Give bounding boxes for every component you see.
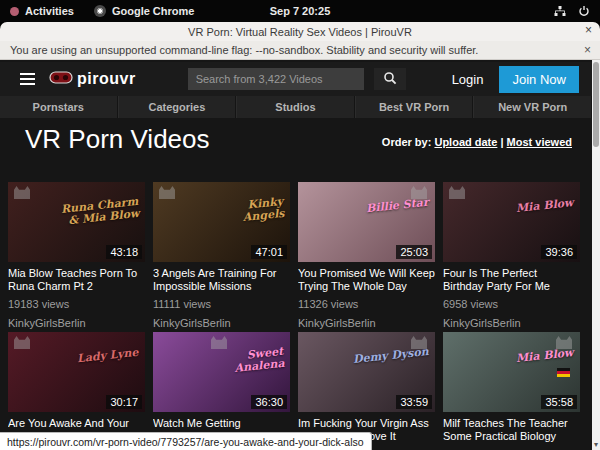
video-title[interactable]: You Promised We Will Keep Trying The Who… bbox=[298, 267, 435, 293]
site-logo-text: pirouvr bbox=[77, 70, 136, 88]
video-studio-link[interactable]: KinkyGirlsBerlin bbox=[8, 317, 145, 329]
studio-cat-logo-icon bbox=[159, 186, 175, 199]
infobar-message: You are using an unsupported command-lin… bbox=[10, 44, 478, 56]
site-header: pirouvr Login Join Now bbox=[0, 62, 592, 96]
focused-app-menu[interactable]: Google Chrome bbox=[112, 5, 195, 17]
browser-status-url: https://pirouvr.com/vr-porn-video/779325… bbox=[0, 432, 372, 450]
order-by-controls: Order by: Upload date | Most viewed bbox=[382, 136, 572, 148]
nav-item-studios[interactable]: Studios bbox=[236, 96, 355, 118]
nav-item-new-vr-porn[interactable]: New VR Porn bbox=[473, 96, 592, 118]
thumbnail-overlay-text: Lady Lyne bbox=[77, 347, 139, 365]
video-thumbnail[interactable]: Lady Lyne 30:17 bbox=[8, 332, 145, 412]
nav-item-pornstars[interactable]: Pornstars bbox=[0, 96, 118, 118]
order-separator: | bbox=[500, 136, 503, 148]
video-duration-badge: 33:59 bbox=[396, 395, 432, 409]
nav-item-best-vr-porn[interactable]: Best VR Porn bbox=[355, 96, 474, 118]
video-duration-badge: 25:03 bbox=[396, 245, 432, 259]
search-input[interactable] bbox=[188, 68, 364, 90]
video-title[interactable]: 3 Angels Are Training For Impossible Mis… bbox=[153, 267, 290, 293]
video-duration-badge: 39:36 bbox=[541, 245, 577, 259]
video-duration-badge: 43:18 bbox=[106, 245, 142, 259]
scrollbar-down-arrow-icon[interactable]: ▾ bbox=[592, 440, 600, 449]
video-thumbnail[interactable]: Mia Blow 35:58 bbox=[443, 332, 580, 412]
page-title: VR Porn Videos bbox=[25, 124, 210, 155]
german-flag-icon bbox=[557, 368, 570, 377]
video-card: Mia Blow 39:36 Four Is The Perfect Birth… bbox=[443, 182, 580, 332]
login-link[interactable]: Login bbox=[452, 72, 484, 87]
nav-item-categories[interactable]: Categories bbox=[118, 96, 237, 118]
thumbnail-overlay-text: Sweet Analena bbox=[203, 346, 285, 378]
video-views: 19183 views bbox=[8, 298, 145, 310]
vertical-scrollbar[interactable]: ▾ bbox=[592, 60, 600, 450]
thumbnail-overlay-text: Mia Blow bbox=[516, 347, 575, 365]
video-card: Kinky Angels 47:01 3 Angels Are Training… bbox=[153, 182, 290, 332]
menu-hamburger-icon[interactable] bbox=[20, 73, 35, 85]
video-title[interactable]: Four Is The Perfect Birthday Party For M… bbox=[443, 267, 580, 293]
video-studio-link[interactable]: KinkyGirlsBerlin bbox=[443, 317, 580, 329]
chrome-infobar: You are using an unsupported command-lin… bbox=[0, 41, 600, 60]
browser-title-bar: VR Porn: Virtual Reality Sex Videos | Pi… bbox=[0, 22, 600, 41]
video-duration-badge: 30:17 bbox=[106, 395, 142, 409]
video-grid: Runa Charm & Mia Blow 43:18 Mia Blow Tea… bbox=[8, 182, 586, 450]
order-upload-date-link[interactable]: Upload date bbox=[434, 136, 497, 148]
search-icon bbox=[383, 71, 397, 88]
order-most-viewed-link[interactable]: Most viewed bbox=[507, 136, 572, 148]
video-card: Billie Star 25:03 You Promised We Will K… bbox=[298, 182, 435, 332]
video-duration-badge: 36:30 bbox=[251, 395, 287, 409]
video-studio-link[interactable]: KinkyGirlsBerlin bbox=[298, 317, 435, 329]
video-views: 6958 views bbox=[443, 298, 580, 310]
studio-cat-logo-icon bbox=[211, 336, 227, 349]
chrome-app-icon bbox=[94, 5, 106, 17]
video-duration-badge: 35:58 bbox=[541, 395, 577, 409]
activities-button[interactable]: Activities bbox=[25, 5, 74, 17]
join-now-button[interactable]: Join Now bbox=[499, 66, 578, 93]
window-close-icon[interactable]: × bbox=[585, 23, 592, 37]
site-logo[interactable]: pirouvr bbox=[49, 70, 136, 88]
video-title[interactable]: Milf Teaches The Teacher Some Practical … bbox=[443, 417, 580, 443]
power-icon[interactable] bbox=[578, 5, 590, 17]
browser-tab-title: VR Porn: Virtual Reality Sex Videos | Pi… bbox=[188, 26, 412, 38]
recording-indicator-icon bbox=[10, 7, 19, 16]
video-duration-badge: 47:01 bbox=[251, 245, 287, 259]
video-thumbnail[interactable]: Demy Dyson 33:59 bbox=[298, 332, 435, 412]
search-button[interactable] bbox=[374, 68, 406, 90]
video-thumbnail[interactable]: Billie Star 25:03 bbox=[298, 182, 435, 262]
thumbnail-overlay-text: Demy Dyson bbox=[353, 346, 430, 366]
video-views: 11111 views bbox=[153, 298, 290, 310]
web-content: pirouvr Login Join Now Pornstars Categor… bbox=[0, 60, 600, 450]
network-icon[interactable] bbox=[554, 5, 566, 17]
video-thumbnail[interactable]: Sweet Analena 36:30 bbox=[153, 332, 290, 412]
infobar-close-icon[interactable]: × bbox=[584, 43, 591, 57]
video-thumbnail[interactable]: Mia Blow 39:36 bbox=[443, 182, 580, 262]
thumbnail-overlay-text: Billie Star bbox=[366, 197, 430, 215]
scrollbar-thumb[interactable] bbox=[593, 62, 599, 147]
video-title[interactable]: Mia Blow Teaches Porn To Runa Charm Pt 2 bbox=[8, 267, 145, 293]
studio-cat-logo-icon bbox=[14, 336, 30, 349]
video-thumbnail[interactable]: Kinky Angels 47:01 bbox=[153, 182, 290, 262]
studio-cat-logo-icon bbox=[14, 186, 30, 199]
thumbnail-overlay-text: Kinky Angels bbox=[203, 196, 285, 228]
video-views: 11326 views bbox=[298, 298, 435, 310]
system-top-bar: Activities Google Chrome Sep 7 20:25 bbox=[0, 0, 600, 22]
video-thumbnail[interactable]: Runa Charm & Mia Blow 43:18 bbox=[8, 182, 145, 262]
thumbnail-overlay-text: Runa Charm & Mia Blow bbox=[58, 196, 140, 228]
vr-goggles-icon bbox=[49, 70, 73, 88]
video-card: Runa Charm & Mia Blow 43:18 Mia Blow Tea… bbox=[8, 182, 145, 332]
order-by-label: Order by: bbox=[382, 136, 432, 148]
video-studio-link[interactable]: KinkyGirlsBerlin bbox=[153, 317, 290, 329]
thumbnail-overlay-text: Mia Blow bbox=[516, 197, 575, 215]
site-nav: Pornstars Categories Studios Best VR Por… bbox=[0, 96, 592, 118]
studio-cat-logo-icon bbox=[449, 186, 465, 199]
video-card: Mia Blow 35:58 Milf Teaches The Teacher … bbox=[443, 332, 580, 450]
